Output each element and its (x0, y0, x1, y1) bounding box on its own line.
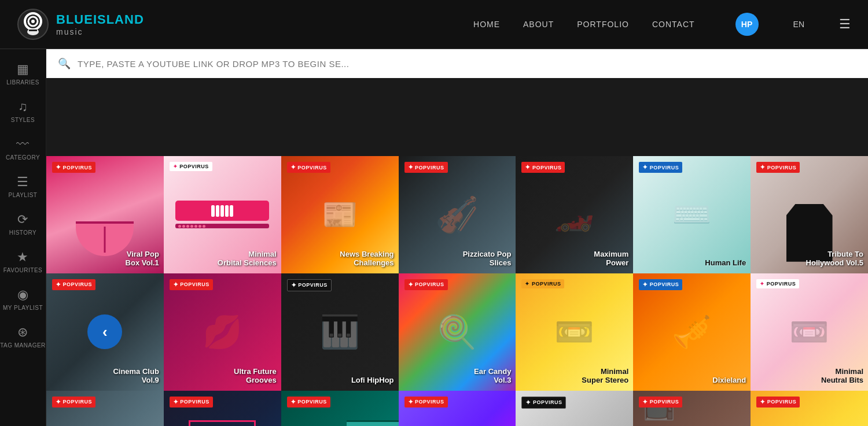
grid-item-18[interactable]: 📼 ✦ POPVIRUS RetroRama (399, 391, 516, 426)
sidebar: ▦ LIBRARIES ♫ STYLES 〰 CATEGORY ☰ PLAYLI… (0, 49, 46, 426)
title-14: MinimalNeutral Bits (821, 367, 863, 385)
sidebar-label-category: CATEGORY (6, 154, 40, 161)
main-area: ✦ POPVIRUS Viral PopBox Vol.1 (46, 156, 868, 426)
badge-19: ✦ POPVIRUS (521, 397, 566, 409)
grid-item-17[interactable]: ✦ POPVIRUS Viral PopBox Vol.2 (281, 391, 399, 426)
svg-rect-5 (29, 29, 37, 31)
sidebar-item-my-playlist[interactable]: ◉ MY PLAYLIST (0, 280, 46, 318)
grid-item-3[interactable]: 📰 ✦ POPVIRUS News BreakingChallenges (281, 156, 399, 273)
grid-item-4[interactable]: 🎻 ✦ POPVIRUS Pizzicato PopSlices (399, 156, 516, 273)
back-button[interactable]: ‹ (87, 314, 122, 349)
libraries-icon: ▦ (17, 62, 30, 77)
badge-17: ✦ POPVIRUS (287, 397, 330, 408)
top-nav: BLUEISLAND music HOME ABOUT PORTFOLIO CO… (0, 0, 868, 49)
tag-manager-icon: ⊛ (17, 325, 28, 340)
badge-18: ✦ POPVIRUS (404, 397, 448, 408)
language-selector[interactable]: EN (793, 20, 804, 29)
grid-item-1[interactable]: ✦ POPVIRUS Viral PopBox Vol.1 (46, 156, 164, 273)
badge-5: ✦ POPVIRUS (521, 162, 565, 173)
logo-area: BLUEISLAND music (17, 9, 144, 40)
badge-6: ✦ POPVIRUS (639, 162, 682, 173)
title-12: MinimalSuper Stereo (582, 367, 628, 385)
hamburger-menu[interactable]: ☰ (839, 17, 851, 32)
badge-1: ✦ POPVIRUS (52, 162, 95, 173)
sidebar-label-styles: STYLES (11, 117, 35, 123)
title-4: Pizzicato PopSlices (463, 250, 512, 268)
brand-name: BLUEISLAND (56, 12, 144, 27)
grid-container: ✦ POPVIRUS Viral PopBox Vol.1 (46, 156, 868, 426)
sidebar-item-styles[interactable]: ♫ STYLES (0, 92, 46, 130)
badge-11: ✦ POPVIRUS (404, 279, 448, 290)
grid-item-19[interactable]: 👻 ✦ POPVIRUS Tribute ToHollywood Vol.6 (516, 391, 633, 426)
grid-item-6[interactable]: ⌨️ ✦ POPVIRUS Human Life (633, 156, 751, 273)
sidebar-label-tag-manager: TAG MANAGER (0, 342, 46, 349)
search-input[interactable] (78, 59, 856, 69)
nav-portfolio[interactable]: PORTFOLIO (577, 20, 629, 29)
grid-item-9[interactable]: 💋 ✦ POPVIRUS Ultra FutureGrooves (164, 273, 281, 391)
badge-20: ✦ POPVIRUS (639, 397, 682, 408)
grid-item-5[interactable]: 🏎️ ✦ POPVIRUS MaximumPower (516, 156, 633, 273)
search-bar: 🔍 (46, 49, 868, 78)
logo-icon (17, 9, 49, 40)
sidebar-item-playlist[interactable]: ☰ PLAYLIST (0, 168, 46, 205)
title-7: Tribute ToHollywood Vol.5 (806, 250, 863, 268)
title-2: MinimalOrbital Sciences (218, 250, 277, 268)
title-13: Dixieland (712, 376, 746, 385)
user-avatar[interactable]: HP (735, 13, 759, 36)
my-playlist-icon: ◉ (17, 287, 29, 302)
grid-item-2[interactable]: ✦ POPVIRUS MinimalOrbital Sciences (164, 156, 281, 273)
badge-3: ✦ POPVIRUS (287, 162, 330, 173)
sidebar-label-my-playlist: MY PLAYLIST (3, 305, 43, 311)
title-10: Lofi HipHop (351, 376, 394, 385)
grid-item-15[interactable]: 👯 ✦ POPVIRUS Tribute ToHollywood Vol.7 (46, 391, 164, 426)
grid-item-20[interactable]: 📺📺📺📺 ✦ POPVIRUS Reality TV WorldVol.58 (633, 391, 751, 426)
badge-21: ✦ POPVIRUS (756, 397, 800, 408)
sidebar-label-libraries: LIBRARIES (6, 79, 39, 86)
badge-10: ✦ POPVIRUS (287, 279, 332, 291)
grid-item-21[interactable]: 💀 ✦ POPVIRUS CollateralDamage (751, 391, 868, 426)
sidebar-item-category[interactable]: 〰 CATEGORY (0, 130, 46, 168)
category-icon: 〰 (16, 137, 30, 152)
nav-home[interactable]: HOME (473, 20, 500, 29)
title-5: MaximumPower (594, 250, 628, 268)
svg-point-3 (31, 20, 35, 23)
favourites-icon: ★ (17, 250, 29, 265)
playlist-icon: ☰ (17, 175, 29, 190)
nav-contact[interactable]: CONTACT (652, 20, 695, 29)
styles-icon: ♫ (18, 99, 28, 114)
grid-item-10[interactable]: 🎹 ✦ POPVIRUS Lofi HipHop (281, 273, 399, 391)
grid-item-14[interactable]: 📼 ✦ POPVIRUS MinimalNeutral Bits (751, 273, 868, 391)
svg-point-4 (27, 28, 39, 35)
badge-16: ✦ POPVIRUS (170, 397, 213, 408)
grid-item-7[interactable]: ✦ POPVIRUS Tribute ToHollywood Vol.5 (751, 156, 868, 273)
nav-about[interactable]: ABOUT (523, 20, 554, 29)
history-icon: ⟳ (17, 212, 28, 227)
grid-item-11[interactable]: 🍭 ✦ POPVIRUS Ear CandyVol.3 (399, 273, 516, 391)
title-1: Viral PopBox Vol.1 (126, 250, 159, 268)
sidebar-label-favourites: FAVOURITES (3, 267, 43, 273)
badge-13: ✦ POPVIRUS (639, 279, 682, 290)
title-6: Human Life (705, 258, 746, 268)
title-8: Cinema ClubVol.9 (113, 367, 159, 385)
title-3: News BreakingChallenges (340, 250, 393, 268)
sidebar-item-libraries[interactable]: ▦ LIBRARIES (0, 55, 46, 92)
badge-8: ✦ POPVIRUS (52, 279, 95, 290)
grid-item-12[interactable]: 📼 ✦ POPVIRUS MinimalSuper Stereo (516, 273, 633, 391)
grid-item-13[interactable]: 🎺 ✦ POPVIRUS Dixieland (633, 273, 751, 391)
sidebar-item-history[interactable]: ⟳ HISTORY (0, 205, 46, 243)
badge-2: ✦ POPVIRUS (170, 162, 212, 171)
sidebar-item-favourites[interactable]: ★ FAVOURITES (0, 243, 46, 280)
badge-14: ✦ POPVIRUS (756, 279, 799, 288)
sidebar-label-playlist: PLAYLIST (9, 192, 38, 198)
sidebar-item-tag-manager[interactable]: ⊛ TAG MANAGER (0, 318, 46, 355)
grid-item-16[interactable]: ✦ POPVIRUS Talking AboutZoning Vol.1 (164, 391, 281, 426)
badge-9: ✦ POPVIRUS (170, 279, 213, 290)
badge-7: ✦ POPVIRUS (756, 162, 800, 173)
badge-15: ✦ POPVIRUS (52, 397, 95, 408)
nav-links: HOME ABOUT PORTFOLIO CONTACT HP EN ☰ (473, 13, 851, 36)
sidebar-label-history: HISTORY (9, 229, 37, 236)
grid-item-8[interactable]: 🎵 🎵 ✦ POPVIRUS ‹ Cinema ClubVol.9 (46, 273, 164, 391)
badge-12: ✦ POPVIRUS (521, 279, 564, 288)
search-icon: 🔍 (58, 57, 71, 70)
badge-4: ✦ POPVIRUS (404, 162, 448, 173)
